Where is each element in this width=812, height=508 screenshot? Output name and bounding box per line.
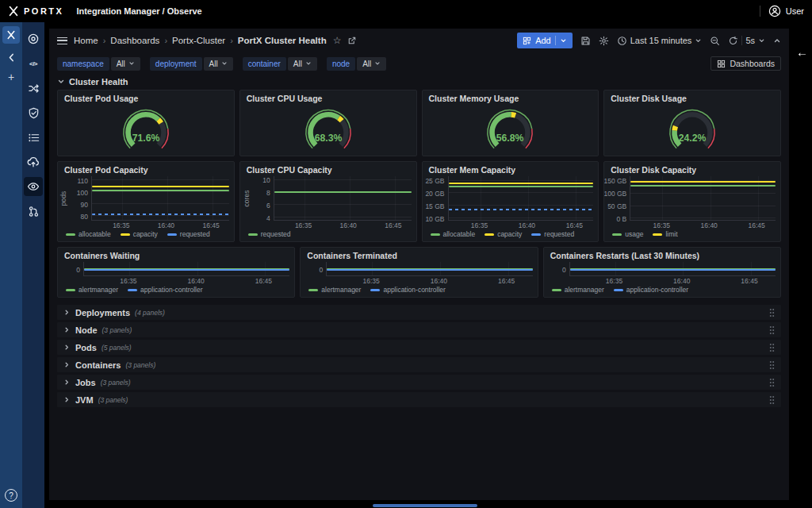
legend-item-allocatable[interactable]: allocatable xyxy=(431,230,476,238)
breadcrumb-dashboards[interactable]: Dashboards xyxy=(110,36,159,45)
legend-item-capacity[interactable]: capacity xyxy=(121,230,158,238)
panel-title[interactable]: Containers Restarts (Last 30 Minutes) xyxy=(544,248,780,261)
panel-title[interactable]: Cluster Pod Usage xyxy=(58,90,234,104)
drag-handle[interactable] xyxy=(769,360,775,369)
drag-handle[interactable] xyxy=(769,395,775,404)
panel-title[interactable]: Cluster CPU Capacity xyxy=(240,162,416,175)
panel-cluster-cpu-capacity[interactable]: Cluster CPU Capacity cores1086416:3516:4… xyxy=(239,161,417,242)
share-icon[interactable] xyxy=(347,36,357,45)
panel-title[interactable]: Containers Waiting xyxy=(58,248,294,261)
dashboard-row-jvm[interactable]: JVM (3 panels) xyxy=(57,392,781,407)
panel-title[interactable]: Cluster Memory Usage xyxy=(423,90,599,104)
panel-containers-restarts[interactable]: Containers Restarts (Last 30 Minutes) 01… xyxy=(543,247,781,298)
timeseries-chart[interactable]: 016:3516:4016:45alertmanagerapplication-… xyxy=(301,261,537,297)
legend-item-application-controller[interactable]: application-controller xyxy=(370,286,445,294)
dashboard-row-pods[interactable]: Pods (5 panels) xyxy=(57,340,781,355)
nav-deploy-item[interactable] xyxy=(24,152,43,171)
legend-item-limit[interactable]: limit xyxy=(653,230,677,238)
legend-item-requested[interactable]: requested xyxy=(531,230,574,238)
collapse-toolbar-icon[interactable] xyxy=(773,37,781,44)
plot-area[interactable] xyxy=(630,176,776,221)
legend-item-application-controller[interactable]: application-controller xyxy=(128,286,202,294)
panel-cluster-pod-capacity[interactable]: Cluster Pod Capacity pods110100908016:35… xyxy=(57,161,235,242)
drag-handle[interactable] xyxy=(769,378,775,387)
panel-containers-terminated[interactable]: Containers Terminated 016:3516:4016:45al… xyxy=(300,247,538,298)
plot-area[interactable] xyxy=(448,176,594,221)
nav-monitor-item[interactable] xyxy=(24,29,43,48)
panel-cluster-mem-capacity[interactable]: Cluster Mem Capacity 25 GB20 GB15 GB10 G… xyxy=(422,161,599,242)
dashboards-button[interactable]: Dashboards xyxy=(710,56,781,71)
timeseries-chart[interactable]: pods110100908016:3516:4016:45allocatable… xyxy=(58,175,234,241)
horizontal-scrollbar[interactable] xyxy=(373,504,477,507)
menu-toggle-button[interactable] xyxy=(57,37,67,44)
filter-label-deployment[interactable]: deployment xyxy=(150,57,202,71)
drag-handle[interactable] xyxy=(769,325,775,334)
timeseries-chart[interactable]: 016:3516:4016:45alertmanagerapplication-… xyxy=(58,261,294,297)
panel-title[interactable]: Cluster Disk Usage xyxy=(604,90,780,104)
panel-cluster-disk-usage[interactable]: Cluster Disk Usage 24.2% xyxy=(603,90,781,156)
save-dashboard-icon[interactable] xyxy=(580,36,591,46)
refresh-interval[interactable]: 5s xyxy=(745,36,755,45)
panel-cluster-disk-capacity[interactable]: Cluster Disk Capacity 150 GB100 GB50 GB0… xyxy=(603,161,781,242)
chevron-down-icon[interactable] xyxy=(560,37,567,44)
panel-cluster-cpu-usage[interactable]: Cluster CPU Usage 68.3% xyxy=(239,90,417,156)
nav-pipelines-item[interactable] xyxy=(24,202,43,221)
panel-title[interactable]: Cluster CPU Usage xyxy=(240,90,416,104)
panel-title[interactable]: Cluster Pod Capacity xyxy=(58,162,234,175)
dashboard-row-jobs[interactable]: Jobs (3 panels) xyxy=(57,375,781,390)
plot-area[interactable] xyxy=(326,262,532,276)
panel-title[interactable]: Containers Terminated xyxy=(301,248,537,261)
workspace-home-button[interactable] xyxy=(2,26,20,44)
refresh-icon[interactable] xyxy=(728,36,738,46)
nav-security-item[interactable] xyxy=(24,103,43,122)
panel-title[interactable]: Cluster Mem Capacity xyxy=(423,162,599,175)
panel-title[interactable]: Cluster Disk Capacity xyxy=(604,162,780,175)
chevron-down-icon[interactable] xyxy=(758,37,765,44)
legend-item-requested[interactable]: requested xyxy=(248,230,291,238)
timeseries-chart[interactable]: cores1086416:3516:4016:45requested xyxy=(240,175,416,241)
drag-handle[interactable] xyxy=(769,308,775,317)
legend-item-requested[interactable]: requested xyxy=(167,230,210,238)
time-range-picker[interactable]: Last 15 minutes xyxy=(617,36,703,46)
legend-item-usage[interactable]: usage xyxy=(612,230,643,238)
plot-area[interactable] xyxy=(83,262,289,276)
help-button[interactable]: ? xyxy=(5,489,17,502)
filter-value-deployment[interactable]: All xyxy=(204,57,233,71)
panel-cluster-pod-usage[interactable]: Cluster Pod Usage 71.6% xyxy=(57,90,235,156)
legend-item-application-controller[interactable]: application-controller xyxy=(614,286,688,294)
legend-item-alertmanager[interactable]: alertmanager xyxy=(552,286,604,294)
dashboard-row-containers[interactable]: Containers (3 panels) xyxy=(57,357,781,372)
legend-item-alertmanager[interactable]: alertmanager xyxy=(66,286,118,294)
user-menu[interactable]: User xyxy=(768,5,804,17)
favorite-star-icon[interactable]: ☆ xyxy=(333,35,342,46)
timeseries-chart[interactable]: 016:3516:4016:45alertmanagerapplication-… xyxy=(544,261,780,297)
filter-label-node[interactable]: node xyxy=(327,57,355,71)
drag-handle[interactable] xyxy=(769,343,775,352)
breadcrumb-home[interactable]: Home xyxy=(74,36,98,45)
back-arrow-button[interactable]: ← xyxy=(796,45,808,59)
breadcrumb-folder[interactable]: Portx-Cluster xyxy=(172,36,225,45)
filter-value-namespace[interactable]: All xyxy=(111,57,140,71)
filter-value-container[interactable]: All xyxy=(288,57,317,71)
panel-cluster-memory-usage[interactable]: Cluster Memory Usage 56.8% xyxy=(422,90,599,156)
timeseries-chart[interactable]: 150 GB100 GB50 GB0 B16:3516:4016:45usage… xyxy=(604,175,780,241)
plot-area[interactable] xyxy=(274,176,412,221)
nav-integrations-item[interactable] xyxy=(24,79,43,98)
timeseries-chart[interactable]: 25 GB20 GB15 GB10 GB16:3516:4016:45alloc… xyxy=(423,175,599,241)
nav-observe-item[interactable] xyxy=(24,177,43,196)
zoom-out-icon[interactable] xyxy=(710,36,720,46)
plot-area[interactable] xyxy=(569,262,776,276)
filter-label-container[interactable]: container xyxy=(243,57,286,71)
dashboard-row-node[interactable]: Node (3 panels) xyxy=(57,322,781,337)
dashboard-settings-icon[interactable] xyxy=(599,36,609,46)
legend-item-allocatable[interactable]: allocatable xyxy=(66,230,111,238)
nav-logs-item[interactable] xyxy=(24,128,43,147)
legend-item-alertmanager[interactable]: alertmanager xyxy=(308,286,361,294)
dashboard-row-deployments[interactable]: Deployments (4 panels) xyxy=(57,305,781,320)
filter-value-node[interactable]: All xyxy=(357,57,386,71)
filter-label-namespace[interactable]: namespace xyxy=(57,57,109,71)
collapse-rail-button[interactable] xyxy=(6,52,17,63)
panel-containers-waiting[interactable]: Containers Waiting 016:3516:4016:45alert… xyxy=(57,247,295,298)
row-cluster-health[interactable]: Cluster Health xyxy=(49,75,789,90)
legend-item-capacity[interactable]: capacity xyxy=(485,230,522,238)
